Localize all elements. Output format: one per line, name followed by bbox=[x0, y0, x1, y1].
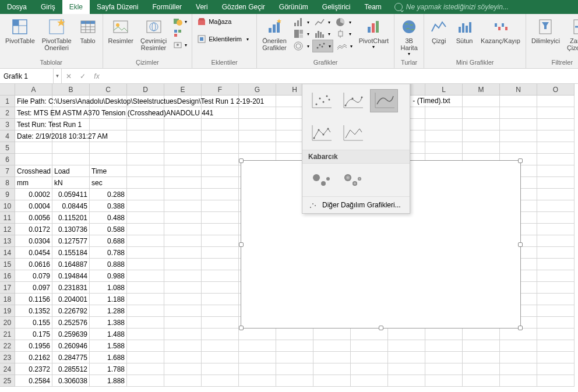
cell-E6[interactable] bbox=[164, 154, 202, 165]
cell-G23[interactable] bbox=[239, 352, 276, 363]
cell-F19[interactable] bbox=[202, 305, 239, 317]
online-pictures-button[interactable]: Çevrimiçi Resimler bbox=[138, 16, 169, 52]
cell-M24[interactable] bbox=[463, 363, 500, 375]
cell-A13[interactable]: 0.0304 bbox=[15, 235, 52, 247]
cell-B18[interactable]: 0.204001 bbox=[52, 294, 90, 305]
row-header-1[interactable]: 1 bbox=[0, 96, 15, 107]
cell-C19[interactable]: 1.288 bbox=[90, 305, 127, 317]
col-header-M[interactable]: M bbox=[463, 84, 500, 96]
cell-O16[interactable] bbox=[537, 270, 575, 282]
tab-gorunum[interactable]: Görünüm bbox=[272, 0, 315, 14]
cell-F5[interactable] bbox=[202, 142, 239, 154]
cell-B25[interactable]: 0.306038 bbox=[52, 375, 90, 387]
cell-D10[interactable] bbox=[127, 200, 164, 212]
cell-O8[interactable] bbox=[537, 177, 575, 189]
cell-D11[interactable] bbox=[127, 212, 164, 224]
cell-D23[interactable] bbox=[127, 352, 164, 363]
cell-G21[interactable] bbox=[239, 329, 276, 340]
cell-G4[interactable] bbox=[239, 130, 276, 142]
3d-map-button[interactable]: 3B Harita ▾ bbox=[397, 16, 421, 58]
cell-D4[interactable] bbox=[127, 130, 164, 142]
cell-G2[interactable] bbox=[239, 107, 276, 119]
cell-B11[interactable]: 0.115201 bbox=[52, 212, 90, 224]
cell-O5[interactable] bbox=[537, 142, 575, 154]
cell-A11[interactable]: 0.0056 bbox=[15, 212, 52, 224]
row-header-22[interactable]: 22 bbox=[0, 340, 15, 352]
cell-B6[interactable] bbox=[52, 154, 90, 165]
cell-N3[interactable] bbox=[500, 119, 537, 130]
cell-E16[interactable] bbox=[164, 270, 202, 282]
cell-B21[interactable]: 0.259639 bbox=[52, 329, 90, 340]
cell-L23[interactable] bbox=[425, 352, 463, 363]
treemap-button[interactable]: ▾ bbox=[291, 28, 311, 40]
cell-A20[interactable]: 0.155 bbox=[15, 317, 52, 329]
scatter-smooth-option[interactable] bbox=[370, 89, 398, 112]
tab-sayfa-duzeni[interactable]: Sayfa Düzeni bbox=[90, 0, 145, 14]
bubble-3d-option[interactable] bbox=[339, 168, 366, 192]
cell-F21[interactable] bbox=[202, 329, 239, 340]
cell-M21[interactable] bbox=[463, 329, 500, 340]
cell-J23[interactable] bbox=[351, 352, 388, 363]
cell-M5[interactable] bbox=[463, 142, 500, 154]
cell-B10[interactable]: 0.08445 bbox=[52, 200, 90, 212]
cell-C23[interactable]: 1.688 bbox=[90, 352, 127, 363]
cell-B22[interactable]: 0.260946 bbox=[52, 340, 90, 352]
cell-C16[interactable]: 0.988 bbox=[90, 270, 127, 282]
cell-O13[interactable] bbox=[537, 235, 575, 247]
column-chart-button[interactable]: ▾ bbox=[291, 16, 311, 28]
cell-B17[interactable]: 0.231831 bbox=[52, 282, 90, 294]
row-header-18[interactable]: 18 bbox=[0, 294, 15, 305]
cell-A25[interactable]: 0.2584 bbox=[15, 375, 52, 387]
cell-O23[interactable] bbox=[537, 352, 575, 363]
tab-gelistirici[interactable]: Geliştirici bbox=[315, 0, 358, 14]
cell-A14[interactable]: 0.0454 bbox=[15, 247, 52, 259]
cell-E23[interactable] bbox=[164, 352, 202, 363]
cell-N22[interactable] bbox=[500, 340, 537, 352]
cell-F16[interactable] bbox=[202, 270, 239, 282]
cell-F9[interactable] bbox=[202, 189, 239, 200]
row-header-7[interactable]: 7 bbox=[0, 165, 15, 177]
spreadsheet-grid[interactable]: ABCDEFGHIJKLMNO 1File Path: C:\Users\Ana… bbox=[0, 84, 578, 392]
cell-A18[interactable]: 0.1156 bbox=[15, 294, 52, 305]
cell-D24[interactable] bbox=[127, 363, 164, 375]
cell-C6[interactable] bbox=[90, 154, 127, 165]
cell-A2[interactable]: Test: MTS EM ASTM A370 Tension (Crosshea… bbox=[15, 107, 52, 119]
cell-F10[interactable] bbox=[202, 200, 239, 212]
boxplot-button[interactable]: ▾ bbox=[333, 28, 353, 40]
radar-button[interactable]: ▾ bbox=[291, 40, 311, 52]
resize-handle-e[interactable] bbox=[518, 242, 523, 247]
cell-D17[interactable] bbox=[127, 282, 164, 294]
cell-F7[interactable] bbox=[202, 165, 239, 177]
more-scatter-charts-option[interactable]: Diğer Dağılım Grafikleri... bbox=[302, 196, 410, 213]
cell-L2[interactable] bbox=[425, 107, 463, 119]
cell-D22[interactable] bbox=[127, 340, 164, 352]
cell-B16[interactable]: 0.194844 bbox=[52, 270, 90, 282]
row-header-21[interactable]: 21 bbox=[0, 329, 15, 340]
cell-F11[interactable] bbox=[202, 212, 239, 224]
col-header-F[interactable]: F bbox=[202, 84, 239, 96]
tab-veri[interactable]: Veri bbox=[189, 0, 215, 14]
cell-F4[interactable] bbox=[202, 130, 239, 142]
cell-A5[interactable] bbox=[15, 142, 52, 154]
cell-N25[interactable] bbox=[500, 375, 537, 387]
cell-B13[interactable]: 0.127577 bbox=[52, 235, 90, 247]
histogram-button[interactable]: ▾ bbox=[312, 28, 332, 40]
cell-C21[interactable]: 1.488 bbox=[90, 329, 127, 340]
resize-handle-se[interactable] bbox=[518, 326, 523, 330]
tab-team[interactable]: Team bbox=[358, 0, 389, 14]
cell-F23[interactable] bbox=[202, 352, 239, 363]
cell-I25[interactable] bbox=[313, 375, 351, 387]
cancel-icon[interactable]: ✕ bbox=[62, 69, 76, 83]
cell-O9[interactable] bbox=[537, 189, 575, 200]
cell-L3[interactable] bbox=[425, 119, 463, 130]
cell-E10[interactable] bbox=[164, 200, 202, 212]
cell-O6[interactable] bbox=[537, 154, 575, 165]
select-all-corner[interactable] bbox=[0, 84, 15, 96]
row-header-9[interactable]: 9 bbox=[0, 189, 15, 200]
cell-M22[interactable] bbox=[463, 340, 500, 352]
cell-F22[interactable] bbox=[202, 340, 239, 352]
cell-E25[interactable] bbox=[164, 375, 202, 387]
name-box-dropdown[interactable]: ▼ bbox=[54, 69, 62, 83]
pivottable-button[interactable]: PivotTable bbox=[3, 16, 37, 45]
cell-M23[interactable] bbox=[463, 352, 500, 363]
